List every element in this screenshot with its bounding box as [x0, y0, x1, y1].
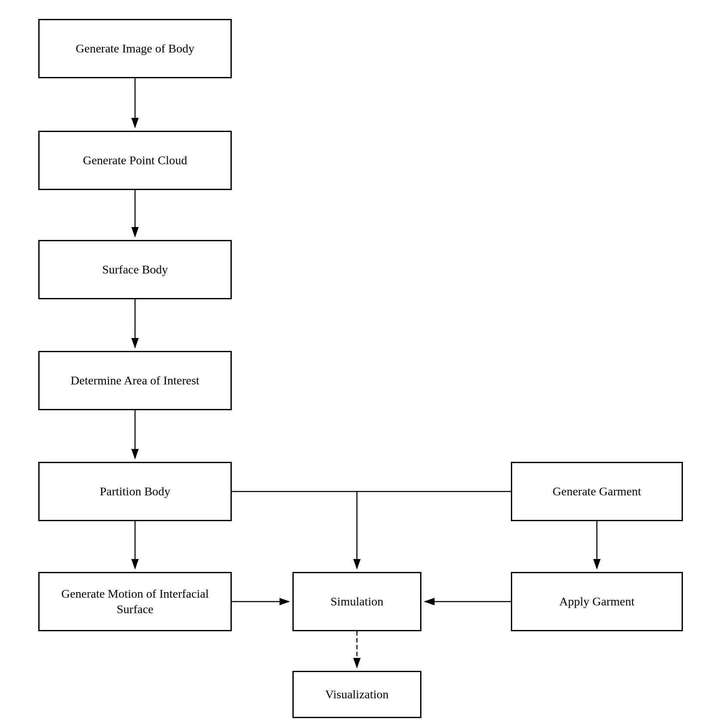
arrows-svg — [0, 0, 716, 728]
flowchart: Generate Image of Body Generate Point Cl… — [0, 0, 716, 728]
arrow-7 — [232, 491, 357, 568]
